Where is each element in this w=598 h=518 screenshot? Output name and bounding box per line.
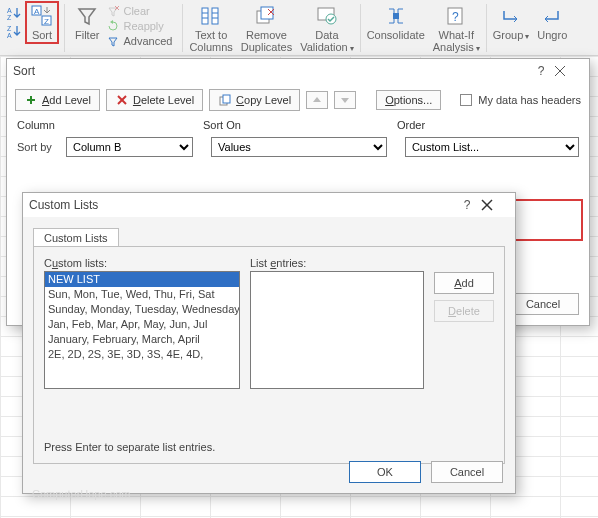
text-to-columns-icon bbox=[199, 4, 223, 28]
whatif-button[interactable]: ? What-If Analysis▾ bbox=[429, 2, 484, 57]
custom-lists-listbox[interactable]: NEW LIST Sun, Mon, Tue, Wed, Thu, Fri, S… bbox=[44, 271, 240, 389]
ribbon-filter-group: Filter Clear Reapply Advanced bbox=[67, 2, 180, 54]
custom-lists-tabpanel: Custom lists: NEW LIST Sun, Mon, Tue, We… bbox=[33, 246, 505, 464]
delete-button: Delete bbox=[434, 300, 494, 322]
hint-text: Press Enter to separate list entries. bbox=[44, 441, 215, 453]
list-entries-textarea[interactable] bbox=[250, 271, 424, 389]
sort-asc-button[interactable]: AZ bbox=[6, 5, 24, 21]
filter-label: Filter bbox=[75, 29, 99, 41]
checkbox-icon bbox=[460, 94, 472, 106]
custom-lists-titlebar[interactable]: Custom Lists ? bbox=[23, 193, 515, 217]
reapply-icon bbox=[107, 20, 119, 32]
sort-toolbar: Add Level Delete Level Copy Level Option… bbox=[7, 83, 589, 117]
custom-lists-title: Custom Lists bbox=[29, 198, 98, 212]
remove-duplicates-label: Remove Duplicates bbox=[241, 29, 292, 53]
copy-level-button[interactable]: Copy Level bbox=[209, 89, 300, 111]
ribbon: AZ ZA AZ Sort Filter Clear Reapply bbox=[0, 0, 598, 56]
svg-text:Z: Z bbox=[7, 25, 12, 32]
whatif-label: What-If Analysis▾ bbox=[433, 29, 480, 55]
list-item[interactable]: 2E, 2D, 2S, 3E, 3D, 3S, 4E, 4D, bbox=[45, 347, 239, 362]
move-up-button[interactable] bbox=[306, 91, 328, 109]
list-entries-label: List entries: bbox=[250, 257, 424, 269]
svg-text:Z: Z bbox=[44, 17, 49, 26]
remove-duplicates-icon bbox=[254, 4, 278, 28]
advanced-button[interactable]: Advanced bbox=[103, 34, 176, 48]
column-header: Column bbox=[17, 119, 203, 131]
help-button[interactable]: ? bbox=[527, 64, 555, 78]
sort-desc-button[interactable]: ZA bbox=[6, 23, 24, 39]
options-button[interactable]: Options... bbox=[376, 90, 441, 110]
svg-rect-10 bbox=[202, 8, 208, 24]
ungroup-button[interactable]: Ungro bbox=[533, 2, 571, 43]
data-validation-button[interactable]: Data Validation▾ bbox=[296, 2, 358, 57]
sort-icon: AZ bbox=[30, 4, 54, 28]
close-button[interactable] bbox=[555, 66, 583, 76]
up-icon bbox=[312, 95, 322, 105]
clear-icon bbox=[107, 5, 119, 17]
sort-cancel-button[interactable]: Cancel bbox=[507, 293, 579, 315]
chevron-down-icon: ▾ bbox=[476, 44, 480, 53]
sorton-header: Sort On bbox=[203, 119, 397, 131]
sort-label: Sort bbox=[32, 29, 52, 41]
filter-button[interactable]: Filter bbox=[71, 2, 103, 43]
delete-level-button[interactable]: Delete Level bbox=[106, 89, 203, 111]
list-item[interactable]: Sun, Mon, Tue, Wed, Thu, Fri, Sat bbox=[45, 287, 239, 302]
help-button[interactable]: ? bbox=[453, 198, 481, 212]
watermark: ComputerHope.com bbox=[32, 488, 130, 500]
remove-duplicates-button[interactable]: Remove Duplicates bbox=[237, 2, 296, 55]
tab-custom-lists[interactable]: Custom Lists bbox=[33, 228, 119, 247]
close-button[interactable] bbox=[481, 199, 509, 211]
custom-lists-label: Custom lists: bbox=[44, 257, 240, 269]
reapply-button[interactable]: Reapply bbox=[103, 19, 176, 33]
svg-rect-22 bbox=[393, 13, 399, 19]
whatif-icon: ? bbox=[444, 4, 468, 28]
filter-icon bbox=[75, 4, 99, 28]
ungroup-icon bbox=[540, 4, 564, 28]
chevron-down-icon: ▾ bbox=[525, 32, 529, 41]
consolidate-button[interactable]: Consolidate bbox=[363, 2, 429, 43]
ungroup-label: Ungro bbox=[537, 29, 567, 41]
data-validation-icon bbox=[315, 4, 339, 28]
chevron-down-icon: ▾ bbox=[350, 44, 354, 53]
move-down-button[interactable] bbox=[334, 91, 356, 109]
list-item[interactable]: Sunday, Monday, Tuesday, Wednesday bbox=[45, 302, 239, 317]
consolidate-label: Consolidate bbox=[367, 29, 425, 41]
custom-cancel-button[interactable]: Cancel bbox=[431, 461, 503, 483]
order-select[interactable]: Custom List... bbox=[405, 137, 579, 157]
ribbon-sort-group: AZ ZA AZ Sort bbox=[2, 2, 62, 54]
order-header: Order bbox=[397, 119, 579, 131]
group-button[interactable]: Group▾ bbox=[489, 2, 534, 45]
custom-ok-button[interactable]: OK bbox=[349, 461, 421, 483]
svg-rect-11 bbox=[212, 8, 218, 24]
sort-button[interactable]: AZ Sort bbox=[26, 2, 58, 43]
sort-level-row: Sort by Column B Values Custom List... bbox=[7, 133, 589, 161]
svg-rect-32 bbox=[223, 95, 230, 103]
text-to-columns-button[interactable]: Text to Columns bbox=[185, 2, 236, 55]
consolidate-icon bbox=[384, 4, 408, 28]
svg-text:Z: Z bbox=[7, 14, 12, 20]
headers-checkbox-label: My data has headers bbox=[478, 94, 581, 106]
sorton-select[interactable]: Values bbox=[211, 137, 387, 157]
group-icon bbox=[499, 4, 523, 28]
down-icon bbox=[340, 95, 350, 105]
close-icon bbox=[481, 199, 493, 211]
text-to-columns-label: Text to Columns bbox=[189, 29, 232, 53]
advanced-icon bbox=[107, 35, 119, 47]
sort-column-headers: Column Sort On Order bbox=[7, 117, 589, 133]
add-level-button[interactable]: Add Level bbox=[15, 89, 100, 111]
clear-button[interactable]: Clear bbox=[103, 4, 176, 18]
group-label: Group▾ bbox=[493, 29, 530, 43]
svg-rect-17 bbox=[261, 7, 273, 19]
sort-dialog-titlebar[interactable]: Sort ? bbox=[7, 59, 589, 83]
sortby-select[interactable]: Column B bbox=[66, 137, 193, 157]
list-item[interactable]: January, February, March, April bbox=[45, 332, 239, 347]
data-validation-label: Data Validation▾ bbox=[300, 29, 354, 55]
svg-text:?: ? bbox=[452, 10, 459, 24]
svg-text:A: A bbox=[7, 7, 12, 14]
headers-checkbox[interactable]: My data has headers bbox=[460, 94, 581, 106]
add-button[interactable]: Add bbox=[434, 272, 494, 294]
list-item[interactable]: NEW LIST bbox=[45, 272, 239, 287]
list-item[interactable]: Jan, Feb, Mar, Apr, May, Jun, Jul bbox=[45, 317, 239, 332]
sort-dialog-title: Sort bbox=[13, 64, 35, 78]
copy-icon bbox=[218, 93, 232, 107]
